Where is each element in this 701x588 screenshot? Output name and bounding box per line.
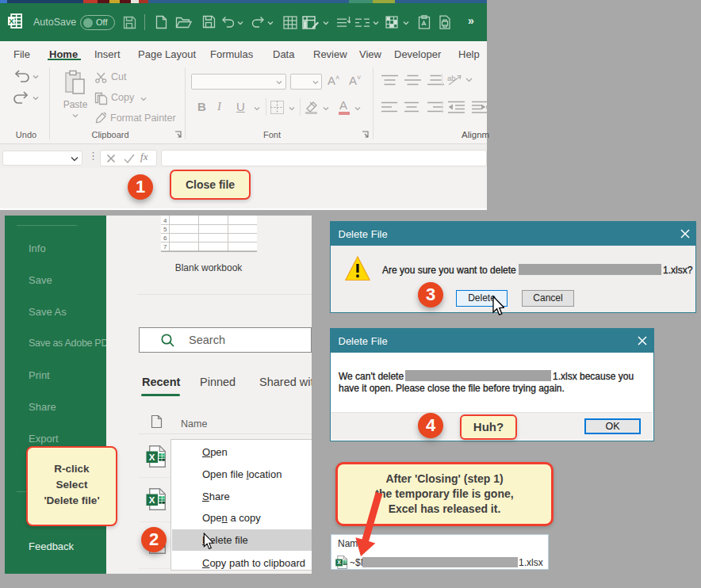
svg-text:ab: ab <box>447 74 456 82</box>
svg-text:7: 7 <box>163 243 167 250</box>
svg-text:5: 5 <box>163 226 167 233</box>
svg-text:4: 4 <box>163 217 167 224</box>
svg-text:X: X <box>9 17 14 25</box>
svg-text:6: 6 <box>163 235 167 242</box>
